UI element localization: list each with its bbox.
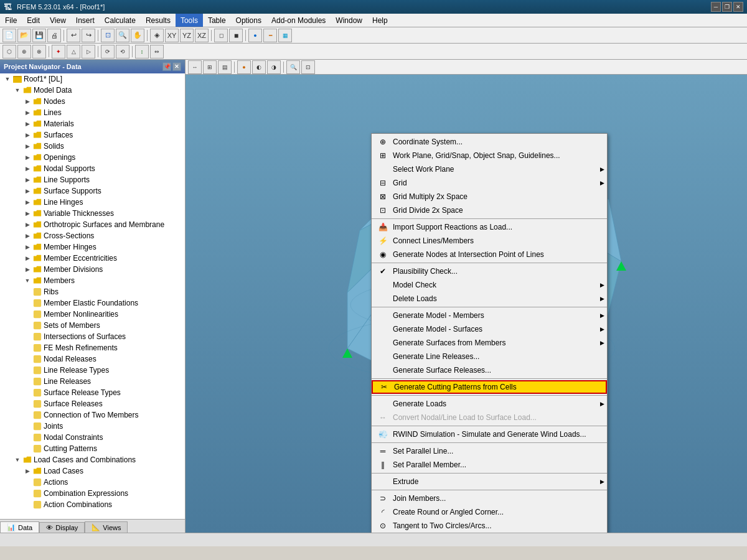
tree-item-joints[interactable]: Joints bbox=[0, 421, 185, 432]
tree-item-openings[interactable]: ▶ Openings bbox=[0, 152, 185, 163]
undo-button[interactable]: ↩ bbox=[67, 29, 80, 42]
tree-item-line-hinges[interactable]: ▶ Line Hinges bbox=[0, 197, 185, 208]
menu-item-results[interactable]: Results bbox=[141, 14, 176, 27]
expander-cross-sections[interactable]: ▶ bbox=[22, 231, 32, 241]
select-button[interactable]: ⊡ bbox=[101, 29, 115, 42]
menu-row-model-check[interactable]: Model Check▶ bbox=[372, 278, 607, 292]
menu-row-generate-model-surfaces[interactable]: Generate Model - Surfaces▶ bbox=[372, 322, 607, 336]
tree-item-surface-supports[interactable]: ▶ Surface Supports bbox=[0, 185, 185, 197]
tree-item-fe-mesh[interactable]: FE Mesh Refinements bbox=[0, 342, 185, 353]
menu-row-create-round-or-angled-corner[interactable]: ◜Create Round or Angled Corner... bbox=[372, 505, 607, 519]
menu-row-work-plane-grid-snap-object-snap-guidelines[interactable]: ⊞Work Plane, Grid/Snap, Object Snap, Gui… bbox=[372, 149, 607, 162]
tree-item-line-supports[interactable]: ▶ Line Supports bbox=[0, 174, 185, 185]
menu-row-tangent-to-two-circles-arcs[interactable]: ⊙Tangent to Two Circles/Arcs... bbox=[372, 519, 607, 533]
tree-item-member-nonlinear[interactable]: Member Nonlinearities bbox=[0, 309, 185, 320]
menu-row-plausibility-check[interactable]: ✔Plausibility Check... bbox=[372, 264, 607, 278]
menu-item-add-on-modules[interactable]: Add-on Modules bbox=[266, 14, 331, 27]
tb2-7[interactable]: ⟳ bbox=[101, 45, 115, 58]
expander-orthotropic[interactable]: ▶ bbox=[22, 220, 32, 230]
menu-row-generate-loads[interactable]: Generate Loads▶ bbox=[372, 397, 607, 411]
menu-row-import-support-reactions-as-load[interactable]: 📥Import Support Reactions as Load... bbox=[372, 220, 607, 234]
surfaces-button[interactable]: ▦ bbox=[278, 29, 292, 42]
menu-row-generate-line-releases[interactable]: Generate Line Releases... bbox=[372, 350, 607, 363]
menu-item-view[interactable]: View bbox=[45, 14, 71, 27]
tree-item-lines[interactable]: ▶ Lines bbox=[0, 107, 185, 118]
menu-row-generate-cutting-patterns-from-cells[interactable]: ✂Generate Cutting Patterns from Cells bbox=[372, 380, 607, 394]
viewxy-button[interactable]: XY bbox=[165, 29, 179, 42]
tb2-10[interactable]: ⇔ bbox=[150, 45, 164, 58]
expander-line-supports[interactable]: ▶ bbox=[22, 175, 32, 185]
tb2-8[interactable]: ⟲ bbox=[116, 45, 129, 58]
tree-item-nodal-releases[interactable]: Nodal Releases bbox=[0, 353, 185, 365]
tb2-5[interactable]: △ bbox=[67, 45, 80, 58]
expander-member-divisions[interactable]: ▶ bbox=[22, 264, 32, 274]
save-button[interactable]: 💾 bbox=[32, 29, 46, 42]
tree-item-member-divisions[interactable]: ▶ Member Divisions bbox=[0, 264, 185, 275]
tree-item-action-combinations[interactable]: Action Combinations bbox=[0, 499, 185, 510]
tree-item-model-data[interactable]: ▼ Model Data bbox=[0, 85, 185, 96]
expander-materials[interactable]: ▶ bbox=[22, 119, 32, 129]
view3d-button[interactable]: ◈ bbox=[150, 29, 164, 42]
wire-button[interactable]: ◻ bbox=[214, 29, 228, 42]
menu-row-generate-model-members[interactable]: Generate Model - Members▶ bbox=[372, 309, 607, 322]
menu-row-rwind-simulation-simulate-and-generate-wind-loads[interactable]: 💨RWIND Simulation - Simulate and Generat… bbox=[372, 427, 607, 441]
tree-item-actions[interactable]: Actions bbox=[0, 477, 185, 488]
tree-item-member-eccentricities[interactable]: ▶ Member Eccentricities bbox=[0, 253, 185, 264]
menu-row-join-members[interactable]: ⊃Join Members... bbox=[372, 492, 607, 505]
vp-tb-2[interactable]: ⊞ bbox=[203, 60, 217, 74]
restore-button[interactable]: ❐ bbox=[722, 2, 732, 12]
panel-pin-button[interactable]: 📌 bbox=[162, 62, 171, 71]
expander-load-cases-sub[interactable]: ▶ bbox=[22, 466, 32, 476]
menu-row-grid-divide-2x-space[interactable]: ⊡Grid Divide 2x Space bbox=[372, 203, 607, 217]
expander-variable-thicknesses[interactable]: ▶ bbox=[22, 208, 32, 218]
expander-members[interactable]: ▼ bbox=[22, 276, 32, 286]
tree-item-member-elastic[interactable]: Member Elastic Foundations bbox=[0, 297, 185, 309]
tree-item-nodal-constraints[interactable]: Nodal Constraints bbox=[0, 432, 185, 443]
tree-item-ribs[interactable]: Ribs bbox=[0, 286, 185, 297]
viewport-panel[interactable]: ↔ ⊞ ▤ ● ◐ ◑ 🔍 ⊡ bbox=[186, 60, 747, 533]
panel-close-button[interactable]: ✕ bbox=[172, 62, 181, 71]
menu-row-set-parallel-line[interactable]: ═Set Parallel Line... bbox=[372, 444, 607, 458]
solid-button[interactable]: ◼ bbox=[229, 29, 243, 42]
menu-row-coordinate-system[interactable]: ⊕Coordinate System... bbox=[372, 135, 607, 149]
nodes-button[interactable]: ● bbox=[248, 29, 262, 42]
menu-row-set-parallel-member[interactable]: ‖Set Parallel Member... bbox=[372, 458, 607, 472]
tree-item-nodes[interactable]: ▶ Nodes bbox=[0, 96, 185, 107]
minimize-button[interactable]: ─ bbox=[711, 2, 721, 12]
print-button[interactable]: 🖨 bbox=[47, 29, 61, 42]
tree-item-line-release-types[interactable]: Line Release Types bbox=[0, 365, 185, 376]
vp-tb-6[interactable]: ◑ bbox=[267, 60, 281, 74]
expander-load-cases[interactable]: ▼ bbox=[12, 455, 22, 465]
tree-item-combination-expressions[interactable]: Combination Expressions bbox=[0, 488, 185, 499]
menu-item-insert[interactable]: Insert bbox=[71, 14, 100, 27]
tree-item-orthotropic[interactable]: ▶ Orthotropic Surfaces and Membrane bbox=[0, 219, 185, 230]
tree-item-surfaces[interactable]: ▶ Surfaces bbox=[0, 129, 185, 141]
tab-display[interactable]: 👁Display bbox=[39, 522, 85, 533]
lines-button[interactable]: ━ bbox=[263, 29, 277, 42]
menu-item-help[interactable]: Help bbox=[367, 14, 393, 27]
vp-tb-3[interactable]: ▤ bbox=[218, 60, 232, 74]
tab-data[interactable]: 📊Data bbox=[0, 521, 39, 533]
expander-openings[interactable]: ▶ bbox=[22, 152, 32, 162]
tb2-6[interactable]: ▷ bbox=[82, 45, 95, 58]
tb2-1[interactable]: ⬡ bbox=[2, 45, 16, 58]
open-button[interactable]: 📂 bbox=[17, 29, 31, 42]
tree-item-nodal-supports[interactable]: ▶ Nodal Supports bbox=[0, 163, 185, 174]
menu-row-grid[interactable]: ⊟Grid▶ bbox=[372, 176, 607, 190]
menu-item-calculate[interactable]: Calculate bbox=[100, 14, 141, 27]
expander-lines[interactable]: ▶ bbox=[22, 108, 32, 118]
menu-row-delete-loads[interactable]: Delete Loads▶ bbox=[372, 292, 607, 306]
pan-button[interactable]: ✋ bbox=[131, 29, 144, 42]
close-button[interactable]: ✕ bbox=[733, 2, 743, 12]
tree-item-cross-sections[interactable]: ▶ Cross-Sections bbox=[0, 230, 185, 241]
menu-item-file[interactable]: File bbox=[0, 14, 22, 27]
vp-tb-8[interactable]: ⊡ bbox=[301, 60, 315, 74]
expander-line-hinges[interactable]: ▶ bbox=[22, 197, 32, 207]
vp-tb-7[interactable]: 🔍 bbox=[286, 60, 300, 74]
viewxz-button[interactable]: XZ bbox=[195, 29, 209, 42]
menu-item-window[interactable]: Window bbox=[331, 14, 367, 27]
vp-tb-5[interactable]: ◐ bbox=[252, 60, 266, 74]
tree-item-connection-two-members[interactable]: Connection of Two Members bbox=[0, 409, 185, 421]
expander-member-eccentricities[interactable]: ▶ bbox=[22, 253, 32, 263]
menu-item-table[interactable]: Table bbox=[203, 14, 231, 27]
